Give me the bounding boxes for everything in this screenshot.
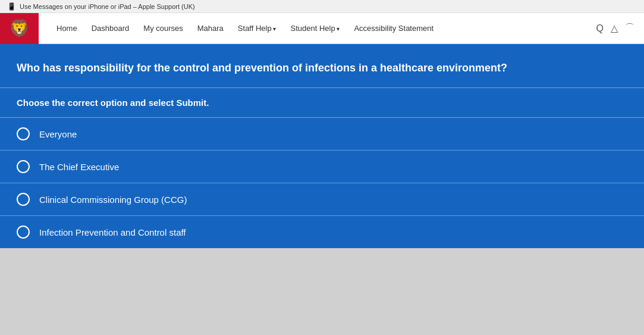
notification-strip: 📱 Use Messages on your iPhone or iPad – … bbox=[0, 0, 644, 13]
option-row-4[interactable]: Infection Prevention and Control staff bbox=[0, 216, 644, 248]
lion-icon: 🦁 bbox=[9, 18, 30, 38]
profile-icon[interactable]: ⌒ bbox=[625, 22, 634, 35]
lms-logo: 🦁 bbox=[0, 13, 39, 44]
nav-accessibility[interactable]: Accessibility Statement bbox=[348, 19, 439, 37]
nav-student-help[interactable]: Student Help bbox=[284, 19, 345, 37]
option-row-1[interactable]: Everyone bbox=[0, 118, 644, 151]
nav-mahara[interactable]: Mahara bbox=[191, 19, 230, 37]
notification-icon: 📱 bbox=[7, 2, 16, 11]
notification-text: Use Messages on your iPhone or iPad – Ap… bbox=[20, 3, 195, 10]
question-header: Who has responsibility for the control a… bbox=[0, 44, 644, 88]
option-text-ccg: Clinical Commissioning Group (CCG) bbox=[39, 195, 187, 205]
lms-menu: Home Dashboard My courses Mahara Staff H… bbox=[39, 19, 596, 37]
nav-home[interactable]: Home bbox=[51, 19, 83, 37]
page-wrapper: 📱 Use Messages on your iPhone or iPad – … bbox=[0, 0, 644, 335]
lms-nav: 🦁 Home Dashboard My courses Mahara Staff… bbox=[0, 13, 644, 44]
nav-dashboard[interactable]: Dashboard bbox=[86, 19, 136, 37]
lms-nav-right: Q △ ⌒ bbox=[596, 22, 644, 35]
nav-my-courses[interactable]: My courses bbox=[137, 19, 189, 37]
instruction-section: Choose the correct option and select Sub… bbox=[0, 88, 644, 118]
nav-staff-help[interactable]: Staff Help bbox=[232, 19, 282, 37]
option-text-everyone: Everyone bbox=[39, 129, 77, 139]
radio-everyone[interactable] bbox=[17, 127, 30, 140]
question-text: Who has responsibility for the control a… bbox=[17, 61, 627, 76]
option-text-ipc-staff: Infection Prevention and Control staff bbox=[39, 227, 186, 237]
option-row-3[interactable]: Clinical Commissioning Group (CCG) bbox=[0, 183, 644, 216]
radio-chief-executive[interactable] bbox=[17, 160, 30, 173]
question-container: Who has responsibility for the control a… bbox=[0, 44, 644, 248]
radio-ccg[interactable] bbox=[17, 193, 30, 206]
instruction-text: Choose the correct option and select Sub… bbox=[17, 98, 627, 108]
radio-ipc-staff[interactable] bbox=[17, 226, 30, 239]
search-icon[interactable]: Q bbox=[596, 23, 604, 34]
option-row-2[interactable]: The Chief Executive bbox=[0, 151, 644, 183]
bell-icon[interactable]: △ bbox=[611, 23, 618, 34]
content-area: Who has responsibility for the control a… bbox=[0, 44, 644, 335]
option-text-chief-executive: The Chief Executive bbox=[39, 162, 119, 172]
